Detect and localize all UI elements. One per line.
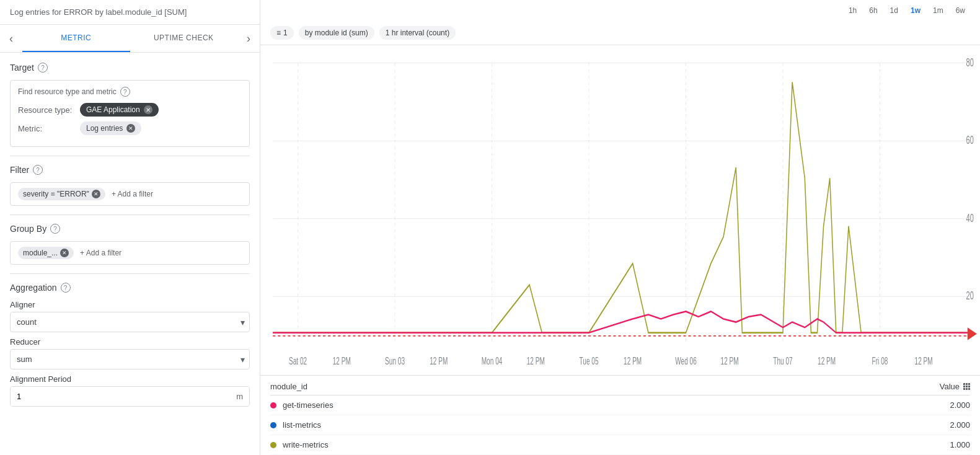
alignment-period-input-wrap: m bbox=[10, 386, 250, 407]
svg-text:80: 80 bbox=[966, 56, 974, 69]
tab-uptime-check[interactable]: UPTIME CHECK bbox=[130, 25, 238, 52]
resource-type-close-icon[interactable]: ✕ bbox=[144, 105, 152, 114]
svg-marker-30 bbox=[968, 327, 977, 340]
by-module-tag[interactable]: by module id (sum) bbox=[299, 26, 374, 40]
add-filter-button[interactable]: + Add a filter bbox=[109, 188, 156, 200]
target-help-icon[interactable]: ? bbox=[38, 63, 48, 73]
metric-close-icon[interactable]: ✕ bbox=[126, 124, 135, 133]
left-panel: Log entries for ERROR by label.module_id… bbox=[0, 0, 260, 455]
interval-tag[interactable]: 1 hr interval (count) bbox=[379, 26, 456, 40]
svg-text:Sun 03: Sun 03 bbox=[385, 355, 405, 368]
chart-svg: 80 60 40 20 Sat 02 12 PM Sun 03 12 PM Mo… bbox=[260, 50, 980, 370]
chart-area: 80 60 40 20 Sat 02 12 PM Sun 03 12 PM Mo… bbox=[260, 45, 980, 375]
svg-text:Sat 02: Sat 02 bbox=[289, 355, 307, 368]
group-by-section-title: Group By ? bbox=[10, 224, 250, 234]
reducer-select[interactable]: sum count mean min max bbox=[10, 349, 250, 369]
svg-text:Mon 04: Mon 04 bbox=[482, 355, 503, 368]
svg-text:12 PM: 12 PM bbox=[527, 355, 545, 368]
aligner-select-wrapper: count sum mean min max ▾ bbox=[10, 312, 250, 332]
legend-module-id-header: module_id bbox=[270, 382, 307, 391]
resource-type-chip[interactable]: GAE Application ✕ bbox=[80, 103, 159, 117]
alignment-period-row: Alignment Period m bbox=[10, 374, 250, 407]
svg-text:12 PM: 12 PM bbox=[915, 355, 933, 368]
time-6h-button[interactable]: 6h bbox=[864, 4, 882, 17]
svg-text:20: 20 bbox=[966, 289, 974, 302]
tab-metric[interactable]: METRIC bbox=[22, 25, 130, 52]
panel-content: Target ? Find resource type and metric ?… bbox=[0, 53, 260, 455]
legend-value-get-timeseries: 2.000 bbox=[950, 400, 970, 410]
tab-next-button[interactable]: › bbox=[237, 25, 260, 52]
find-resource-label: Find resource type and metric ? bbox=[18, 87, 242, 97]
alignment-period-input[interactable] bbox=[11, 387, 230, 406]
time-1w-button[interactable]: 1w bbox=[906, 4, 925, 17]
group-by-help-icon[interactable]: ? bbox=[50, 224, 60, 234]
svg-text:12 PM: 12 PM bbox=[818, 355, 836, 368]
time-1d-button[interactable]: 1d bbox=[885, 4, 903, 17]
filter-count-tag[interactable]: ≡ 1 bbox=[270, 26, 294, 40]
tabs-bar: ‹ METRIC UPTIME CHECK › bbox=[0, 25, 260, 53]
legend-value-write-metrics: 1.000 bbox=[950, 440, 970, 449]
svg-text:40: 40 bbox=[966, 211, 974, 224]
aligner-select[interactable]: count sum mean min max bbox=[10, 312, 250, 332]
tab-prev-button[interactable]: ‹ bbox=[0, 25, 22, 52]
filter-help-icon[interactable]: ? bbox=[33, 165, 43, 175]
group-by-box[interactable]: module_... ✕ + Add a filter bbox=[10, 241, 250, 265]
filter-box[interactable]: severity = "ERROR" ✕ + Add a filter bbox=[10, 182, 250, 206]
legend-row-get-timeseries: get-timeseries 2.000 bbox=[270, 395, 970, 415]
svg-text:12 PM: 12 PM bbox=[721, 355, 739, 368]
find-resource-help-icon[interactable]: ? bbox=[120, 87, 130, 97]
legend-value-header: Value bbox=[940, 382, 970, 391]
svg-text:Tue 05: Tue 05 bbox=[580, 355, 599, 368]
add-group-by-button[interactable]: + Add a filter bbox=[77, 247, 124, 258]
target-section-title: Target ? bbox=[10, 63, 250, 73]
filter-icon: ≡ bbox=[276, 29, 281, 37]
metric-chip[interactable]: Log entries ✕ bbox=[80, 121, 141, 135]
metric-row: Metric: Log entries ✕ bbox=[18, 121, 242, 135]
legend-header: module_id Value bbox=[270, 376, 970, 395]
aligner-row: Aligner count sum mean min max ▾ bbox=[10, 300, 250, 332]
svg-text:Thu 07: Thu 07 bbox=[773, 355, 793, 368]
time-6w-button[interactable]: 6w bbox=[951, 4, 970, 17]
group-by-chip[interactable]: module_... ✕ bbox=[18, 247, 74, 259]
legend-dot-write-metrics bbox=[270, 442, 276, 448]
legend-table: module_id Value get-timeseries 2.000 li bbox=[260, 375, 980, 455]
svg-text:12 PM: 12 PM bbox=[430, 355, 448, 368]
svg-text:60: 60 bbox=[966, 133, 974, 146]
aggregation-section-title: Aggregation ? bbox=[10, 283, 250, 293]
legend-row-write-metrics: write-metrics 1.000 bbox=[270, 435, 970, 455]
resource-type-row: Resource type: GAE Application ✕ bbox=[18, 103, 242, 117]
reducer-select-wrapper: sum count mean min max ▾ bbox=[10, 349, 250, 369]
group-by-chip-close-icon[interactable]: ✕ bbox=[60, 249, 69, 257]
panel-title: Log entries for ERROR by label.module_id… bbox=[0, 0, 260, 25]
right-panel: 1h 6h 1d 1w 1m 6w ≡ 1 by module id (sum)… bbox=[260, 0, 980, 455]
filter-chip-close-icon[interactable]: ✕ bbox=[92, 190, 100, 198]
legend-name-get-timeseries: get-timeseries bbox=[283, 400, 950, 410]
legend-value-list-metrics: 2.000 bbox=[950, 420, 970, 430]
legend-name-write-metrics: write-metrics bbox=[283, 440, 950, 449]
filter-chip-severity[interactable]: severity = "ERROR" ✕ bbox=[18, 188, 105, 200]
aggregation-help-icon[interactable]: ? bbox=[61, 283, 71, 293]
legend-row-list-metrics: list-metrics 2.000 bbox=[270, 415, 970, 435]
alignment-period-unit: m bbox=[230, 387, 249, 406]
legend-grid-icon[interactable] bbox=[963, 383, 970, 390]
svg-text:12 PM: 12 PM bbox=[624, 355, 642, 368]
time-1h-button[interactable]: 1h bbox=[844, 4, 862, 17]
svg-text:12 PM: 12 PM bbox=[333, 355, 351, 368]
legend-name-list-metrics: list-metrics bbox=[283, 420, 950, 430]
chart-filters: ≡ 1 by module id (sum) 1 hr interval (co… bbox=[260, 21, 980, 45]
svg-text:Wed 06: Wed 06 bbox=[675, 355, 697, 368]
filter-section-title: Filter ? bbox=[10, 165, 250, 175]
time-controls: 1h 6h 1d 1w 1m 6w bbox=[260, 0, 980, 21]
legend-dot-get-timeseries bbox=[270, 402, 276, 409]
svg-text:Fri 08: Fri 08 bbox=[872, 355, 888, 368]
time-1m-button[interactable]: 1m bbox=[928, 4, 948, 17]
legend-dot-list-metrics bbox=[270, 422, 276, 428]
reducer-row: Reducer sum count mean min max ▾ bbox=[10, 337, 250, 369]
